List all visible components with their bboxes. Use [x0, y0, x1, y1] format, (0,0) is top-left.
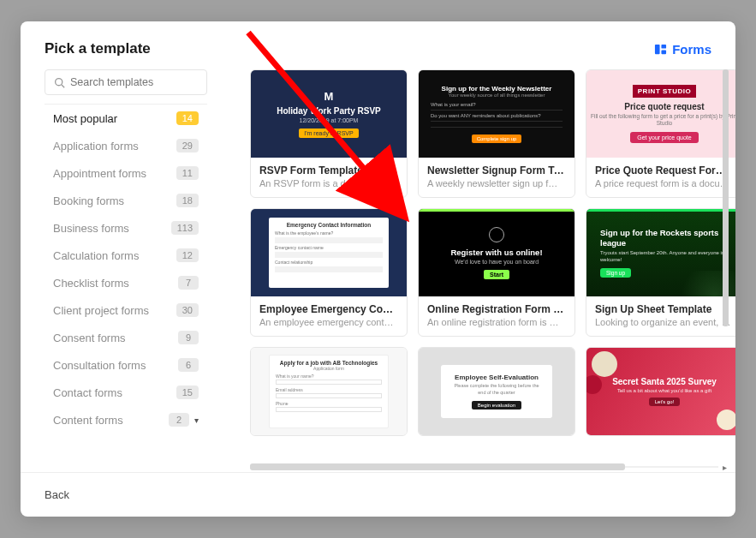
- category-item[interactable]: Most popular14: [45, 105, 207, 132]
- template-card-title: Online Registration Form Tem…: [427, 303, 566, 315]
- category-count-badge: 7: [178, 276, 199, 290]
- template-card[interactable]: Sign up for the Rockets sports leagueTry…: [586, 208, 735, 337]
- category-label: Checklist forms: [53, 277, 129, 290]
- category-item[interactable]: Business forms113: [45, 214, 207, 242]
- category-label: Calculation forms: [53, 249, 139, 262]
- category-item[interactable]: Appointment forms11: [45, 159, 207, 187]
- modal-header: Pick a template Forms: [21, 21, 735, 69]
- svg-rect-0: [655, 44, 660, 53]
- back-button[interactable]: Back: [45, 488, 69, 501]
- category-item[interactable]: Consent forms9: [45, 324, 207, 351]
- svg-rect-2: [662, 50, 667, 54]
- category-count-badge: 12: [176, 248, 199, 262]
- gallery-scrollbar-horizontal[interactable]: ▸: [250, 463, 718, 470]
- category-item[interactable]: Checklist forms7: [45, 269, 207, 296]
- template-card[interactable]: Apply for a job with AB TechnologiesAppl…: [250, 347, 408, 436]
- template-card[interactable]: Employee Self-EvaluationPlease complete …: [418, 347, 575, 436]
- forms-brand-link[interactable]: Forms: [654, 42, 711, 57]
- category-count-badge: 9: [178, 331, 199, 344]
- gallery-scrollbar-vertical[interactable]: [723, 69, 729, 326]
- search-input[interactable]: [70, 76, 205, 88]
- template-picker-modal: Pick a template Forms Most popular14Appl…: [21, 21, 735, 517]
- forms-icon: [654, 43, 667, 56]
- template-card-desc: An employee emergency cont…: [259, 317, 398, 327]
- category-list[interactable]: Most popular14Application forms29Appoint…: [45, 104, 207, 472]
- template-card-info: Online Registration Form Tem… An online …: [419, 296, 574, 336]
- template-card[interactable]: Register with us online!We'd love to hav…: [418, 208, 575, 337]
- template-card-info: Price Quote Request Form Te… A price req…: [586, 158, 735, 197]
- category-item[interactable]: Booking forms18: [45, 187, 207, 214]
- brand-label: Forms: [672, 42, 711, 57]
- svg-rect-1: [662, 44, 667, 48]
- template-card-title: Newsletter Signup Form Tem…: [427, 164, 566, 176]
- template-card-desc: A weekly newsletter sign up f…: [427, 178, 566, 188]
- category-label: Content forms: [53, 414, 123, 427]
- template-card-title: Sign Up Sheet Template: [595, 303, 734, 315]
- template-card-desc: An online registration form is …: [427, 317, 566, 327]
- category-count-badge: 15: [176, 386, 199, 399]
- category-label: Business forms: [53, 222, 129, 235]
- sidebar: Most popular14Application forms29Appoint…: [45, 69, 216, 472]
- category-label: Booking forms: [53, 194, 124, 207]
- category-item[interactable]: Contact forms15: [45, 379, 207, 406]
- category-item[interactable]: Client project forms30: [45, 296, 207, 324]
- category-item[interactable]: Application forms29: [45, 132, 207, 159]
- template-card-desc: An RSVP form is a documen…: [259, 178, 398, 188]
- category-count-badge: 18: [176, 194, 199, 207]
- template-card-title: Price Quote Request Form Te…: [595, 164, 734, 176]
- modal-title: Pick a template: [45, 40, 151, 57]
- category-label: Consultation forms: [53, 359, 146, 372]
- template-card[interactable]: PRINT STUDIOPrice quote requestFill out …: [586, 69, 735, 198]
- modal-footer: Back: [21, 472, 735, 517]
- category-label: Application forms: [53, 140, 139, 152]
- category-count-badge: 30: [176, 303, 199, 317]
- search-icon: [54, 77, 65, 88]
- template-card-title: Employee Emergency Contac…: [259, 303, 398, 315]
- template-card[interactable]: MHoliday Work Party RSVP12/20/2019 at 7:…: [250, 69, 408, 198]
- search-box[interactable]: [45, 69, 207, 95]
- category-label: Consent forms: [53, 332, 126, 344]
- template-card[interactable]: Sign up for the Weekly NewsletterYour we…: [418, 69, 575, 198]
- svg-point-3: [56, 78, 63, 85]
- template-card-info: Newsletter Signup Form Tem… A weekly new…: [419, 158, 574, 197]
- category-label: Contact forms: [53, 386, 122, 399]
- template-card-desc: A price request form is a docu…: [595, 178, 734, 188]
- template-card-info: Sign Up Sheet Template Looking to organi…: [586, 296, 735, 336]
- category-count-badge: 6: [178, 358, 199, 372]
- category-label: Client project forms: [53, 304, 149, 317]
- category-item[interactable]: Consultation forms6: [45, 351, 207, 379]
- category-item[interactable]: Content forms2▾: [45, 406, 207, 433]
- svg-line-4: [62, 84, 64, 87]
- template-gallery-scroll[interactable]: MHoliday Work Party RSVP12/20/2019 at 7:…: [216, 69, 735, 472]
- template-card-info: Employee Emergency Contac… An employee e…: [251, 296, 407, 336]
- category-count-badge: 14: [176, 111, 199, 125]
- modal-content: Most popular14Application forms29Appoint…: [21, 69, 735, 472]
- category-count-badge: 113: [171, 221, 199, 235]
- category-label: Most popular: [53, 112, 117, 125]
- category-item[interactable]: Calculation forms12: [45, 242, 207, 269]
- template-card-desc: Looking to organize an event, …: [595, 317, 734, 327]
- chevron-down-icon: ▾: [194, 415, 199, 425]
- template-card[interactable]: Secret Santa 2025 SurveyTell us a bit ab…: [586, 347, 735, 436]
- template-gallery: MHoliday Work Party RSVP12/20/2019 at 7:…: [216, 69, 718, 436]
- template-card[interactable]: Emergency Contact InformationWhat is the…: [250, 208, 408, 337]
- template-card-info: RSVP Form Template An RSVP form is a doc…: [251, 158, 407, 197]
- category-count-badge: 29: [176, 139, 199, 152]
- template-card-title: RSVP Form Template: [259, 164, 398, 176]
- category-count-badge: 11: [176, 166, 199, 180]
- category-count-badge: 2: [169, 413, 189, 427]
- category-label: Appointment forms: [53, 167, 146, 180]
